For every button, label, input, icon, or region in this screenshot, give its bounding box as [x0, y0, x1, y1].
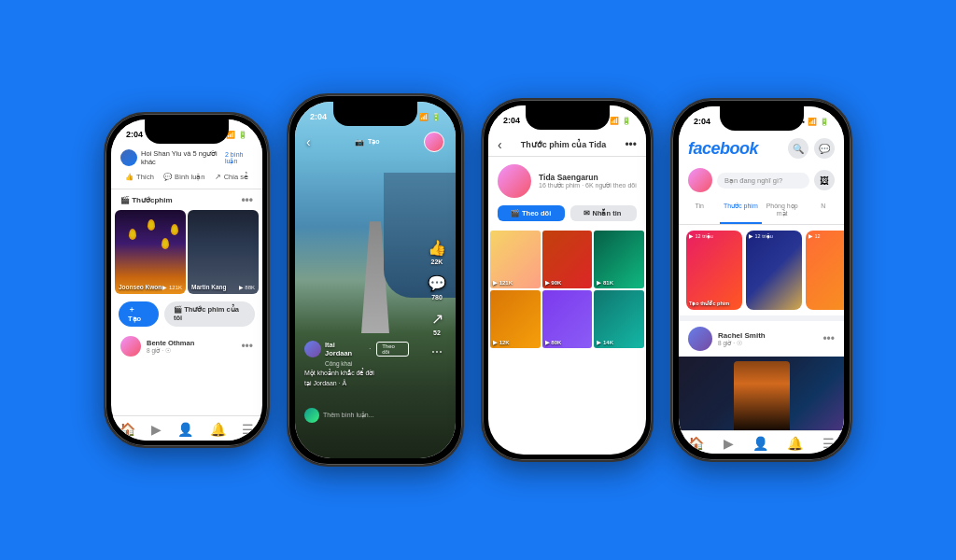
p4-nav-video[interactable]: ▶ — [724, 436, 734, 451]
p1-post-avatar — [120, 336, 141, 357]
p1-nav-home[interactable]: 🏠 — [120, 422, 135, 437]
p1-nav-video[interactable]: ▶ — [151, 422, 162, 437]
p2-top-controls: ‹ 📷 Tạo — [295, 132, 456, 152]
p4-post-placeholder: Bạn đang nghĩ gì? — [724, 176, 782, 185]
p4-bottom-nav: 🏠 ▶ 👤 🔔 ☰ — [679, 430, 844, 454]
p3-more-icon[interactable]: ••• — [625, 138, 637, 151]
p2-comment-count: 780 — [431, 294, 443, 301]
p1-nav-profile[interactable]: 👤 — [177, 422, 193, 437]
p3-grid-item-6[interactable]: ▶ 14K — [594, 290, 644, 348]
phone-4: 2:04 ▪▪▪ 📶 🔋 facebook 🔍 — [670, 98, 852, 462]
p1-post-name: Bente Othman — [147, 339, 194, 347]
p3-profile-actions: 🎬 Theo dõi ✉ Nhắn tin — [488, 205, 646, 229]
p4-nav-home[interactable]: 🏠 — [688, 436, 704, 451]
p4-story-bar: Bạn đang nghĩ gì? 🖼 — [679, 162, 844, 198]
p1-reel-1[interactable]: Joonseo Kwon ▶ 121K — [115, 210, 186, 294]
p4-reel-create-label: Tạo thước phim — [689, 301, 729, 306]
thumbs-up-icon: 👍 — [428, 239, 446, 257]
p4-photo-icon-btn[interactable]: 🖼 — [814, 170, 835, 190]
p2-username: Itai Jordaan — [325, 341, 363, 357]
time-4: 2:04 — [694, 117, 710, 126]
p4-nav-menu[interactable]: ☰ — [822, 436, 835, 451]
p4-tab-news[interactable]: Tin — [679, 198, 720, 224]
p1-reel2-name: Martin Kang — [191, 284, 227, 290]
p3-profile-name: Tida Saengarun — [539, 173, 637, 182]
p1-nav-bell[interactable]: 🔔 — [210, 422, 226, 437]
p2-sub-caption: tại Jordaan · Â — [304, 380, 409, 387]
p1-share-btn[interactable]: ↗ Chia sẻ — [215, 173, 248, 181]
p3-follow-btn[interactable]: 🎬 Theo dõi — [498, 205, 565, 221]
p4-reel-2[interactable]: ▶ 12 triệu — [746, 231, 802, 310]
p3-message-btn[interactable]: ✉ Nhắn tin — [570, 205, 638, 221]
p2-like-action[interactable]: 👍 22K — [428, 239, 446, 265]
p3-grid-item-2[interactable]: ▶ 90K — [542, 231, 593, 288]
p1-section-header: 🎬 Thướcphim ••• — [111, 189, 262, 210]
p4-reel-3[interactable]: ▶ 12 — [806, 231, 844, 310]
p4-nav-tabs: Tin Thước phim Phòng họp mật N — [679, 198, 844, 225]
notch-2 — [333, 102, 417, 126]
p2-comment-action[interactable]: 💬 780 — [428, 274, 446, 301]
p4-post-avatar — [688, 327, 712, 351]
p3-grid-item-5[interactable]: ▶ 80K — [542, 290, 593, 348]
p3-grid-item-3[interactable]: ▶ 81K — [594, 231, 644, 288]
photo-icon: 🖼 — [820, 175, 829, 186]
p4-tab-more[interactable]: N — [803, 198, 844, 224]
p2-public-label: Công khai — [325, 360, 409, 367]
p1-reels-grid: Joonseo Kwon ▶ 121K Martin Kang ▶ 88K — [115, 210, 259, 294]
p1-like-btn[interactable]: 👍 Thích — [125, 173, 154, 181]
p3-msg-label: Nhắn tin — [593, 209, 622, 217]
p2-more-action[interactable]: ⋯ — [431, 345, 443, 358]
notch-4 — [720, 106, 804, 131]
p1-post-more[interactable]: ••• — [241, 340, 253, 353]
p3-followers: 16 thước phim · 6K người theo dõi — [539, 182, 637, 189]
p2-share-count: 52 — [433, 329, 441, 336]
p3-views-6: ▶ 14K — [597, 339, 613, 345]
arrow-share-icon: ↗ — [431, 310, 443, 328]
p1-comment-btn[interactable]: 💬 Bình luận — [163, 173, 205, 181]
p2-bottom-info: Itai Jordaan · Theo dõi Công khai Một kh… — [304, 341, 409, 387]
p4-tab-rooms[interactable]: Phòng họp mật — [762, 198, 803, 224]
p3-header: ‹ Thước phim của Tida ••• — [488, 132, 646, 157]
p2-back-icon[interactable]: ‹ — [306, 134, 311, 149]
p4-story-avatar — [688, 168, 712, 192]
p2-comment-input[interactable]: Thêm bình luận... — [304, 408, 409, 423]
p4-reel-create[interactable]: Tạo thước phim ▶ 12 triệu — [686, 231, 742, 310]
phone-3: 2:04 ▪▪▪ 📶 🔋 ‹ Thước phim của Tida ••• — [481, 98, 654, 462]
p4-reel1-views: ▶ 12 triệu — [689, 233, 713, 239]
p4-post-input[interactable]: Bạn đang nghĩ gì? — [717, 173, 809, 189]
p2-comment-placeholder: Thêm bình luận... — [323, 412, 374, 419]
p1-bottom-nav: 🏠 ▶ 👤 🔔 ☰ — [111, 415, 262, 441]
p3-back-icon[interactable]: ‹ — [498, 137, 502, 152]
film-icon: 🎬 — [174, 305, 182, 314]
p1-section-title: Thướcphim — [132, 196, 172, 204]
p2-commenter-avatar — [304, 408, 319, 423]
p2-user-avatar-top[interactable] — [424, 132, 444, 152]
p3-profile-avatar — [498, 164, 531, 198]
p2-camera-icon: 📷 — [355, 138, 364, 147]
p4-search-btn[interactable]: 🔍 — [788, 138, 808, 159]
p2-create-text: Tạo — [368, 138, 380, 146]
p1-tab-create[interactable]: ＋ Tạo — [119, 301, 159, 327]
p4-nav-profile[interactable]: 👤 — [752, 436, 768, 451]
p2-fullscreen-video: ‹ 📷 Tạo 👍 22K 💬 — [295, 102, 456, 458]
p2-follow-btn[interactable]: Theo dõi — [376, 342, 409, 357]
p1-nav-menu[interactable]: ☰ — [242, 422, 254, 437]
p4-nav-bell[interactable]: 🔔 — [787, 436, 803, 451]
time-1: 2:04 — [126, 130, 143, 139]
p3-grid-item-4[interactable]: ▶ 12K — [490, 290, 541, 348]
p4-tab-reels[interactable]: Thước phim — [720, 198, 761, 224]
notch-1 — [145, 119, 229, 144]
p3-grid-item-1[interactable]: ▶ 121K — [490, 231, 541, 288]
p1-tabs: ＋ Tạo 🎬 Thước phim của tôi — [111, 298, 262, 330]
p4-reel2-views: ▶ 12 triệu — [749, 233, 773, 239]
p4-post-more[interactable]: ••• — [822, 332, 835, 345]
p4-messenger-btn[interactable]: 💬 — [814, 138, 835, 159]
p3-follow-icon: 🎬 — [511, 209, 519, 217]
p1-tab-myreels[interactable]: 🎬 Thước phim của tôi — [164, 301, 255, 327]
comment-bubble-icon: 💬 — [428, 274, 446, 292]
p4-header-icons: 🔍 💬 — [788, 138, 835, 159]
p2-share-action[interactable]: ↗ 52 — [431, 310, 443, 336]
p1-reel2-views: ▶ 88K — [239, 284, 255, 290]
p1-reel1-name: Joonseo Kwon — [119, 284, 162, 290]
p1-reel-2[interactable]: Martin Kang ▶ 88K — [188, 210, 259, 294]
